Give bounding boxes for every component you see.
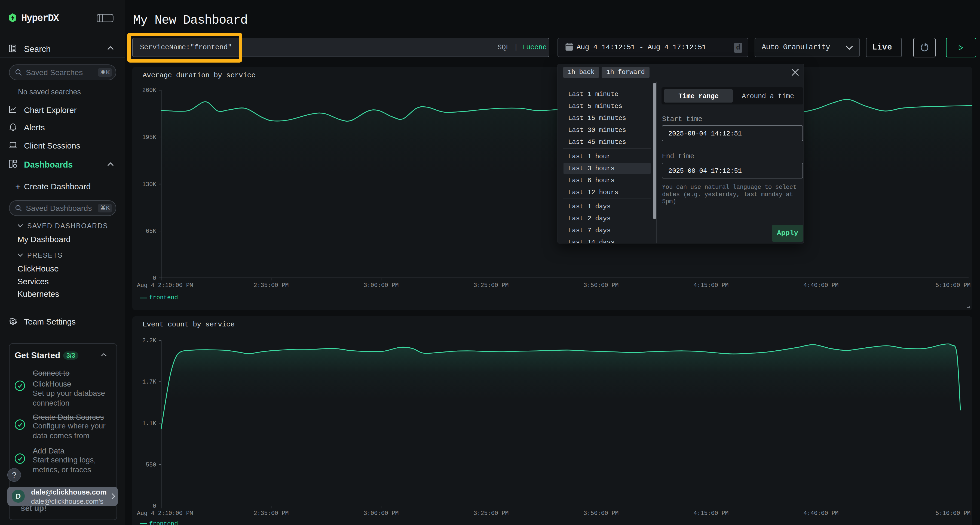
- svg-text:0: 0: [153, 275, 156, 282]
- svg-text:65K: 65K: [146, 228, 156, 235]
- svg-text:1.1K: 1.1K: [142, 420, 156, 427]
- svg-text:3:50:00 PM: 3:50:00 PM: [583, 282, 619, 289]
- svg-text:0: 0: [153, 503, 156, 509]
- svg-text:3:00:00 PM: 3:00:00 PM: [363, 510, 399, 517]
- svg-text:5:10:00 PM: 5:10:00 PM: [935, 510, 970, 517]
- svg-text:5:10:00 PM: 5:10:00 PM: [935, 282, 970, 289]
- svg-text:2:35:00 PM: 2:35:00 PM: [253, 510, 288, 517]
- svg-text:3:25:00 PM: 3:25:00 PM: [473, 510, 509, 517]
- svg-text:550: 550: [146, 462, 156, 468]
- svg-text:4:40:00 PM: 4:40:00 PM: [803, 510, 838, 517]
- svg-text:2.2K: 2.2K: [142, 337, 156, 344]
- svg-text:1.7K: 1.7K: [142, 379, 156, 385]
- svg-text:Aug 4 2:10:00 PM: Aug 4 2:10:00 PM: [137, 282, 193, 289]
- svg-text:130K: 130K: [142, 181, 156, 188]
- svg-text:4:15:00 PM: 4:15:00 PM: [694, 510, 729, 517]
- svg-text:4:15:00 PM: 4:15:00 PM: [694, 282, 729, 289]
- svg-text:4:40:00 PM: 4:40:00 PM: [803, 282, 838, 289]
- svg-text:3:00:00 PM: 3:00:00 PM: [363, 282, 399, 289]
- svg-text:3:50:00 PM: 3:50:00 PM: [583, 510, 619, 517]
- svg-text:Aug 4 2:10:00 PM: Aug 4 2:10:00 PM: [137, 510, 193, 517]
- svg-text:3:25:00 PM: 3:25:00 PM: [473, 282, 509, 289]
- svg-text:195K: 195K: [142, 134, 156, 141]
- svg-text:2:35:00 PM: 2:35:00 PM: [253, 282, 288, 289]
